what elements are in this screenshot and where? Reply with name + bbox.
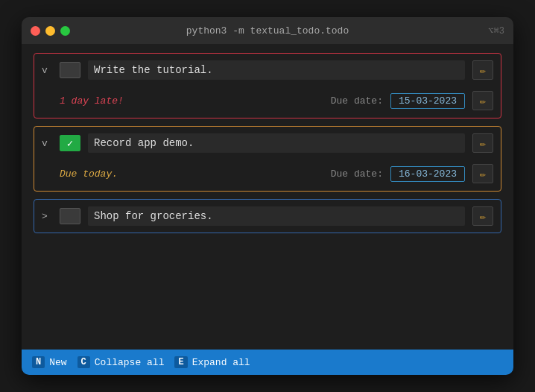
todo-item-2: v ✓ Record app demo. Due today. Due date…	[34, 126, 501, 192]
checkmark-icon-2: ✓	[67, 137, 73, 150]
app-window: python3 -m textual_todo.todo ⌥⌘3 v Write…	[22, 17, 513, 375]
due-date-value-2[interactable]: 16-03-2023	[390, 166, 465, 182]
todo-item-3: > Shop for groceries.	[34, 199, 501, 233]
status-label-expand: Expand all	[192, 357, 250, 368]
todo-main-row-1: v Write the tutorial.	[34, 54, 501, 86]
status-label-new: New	[49, 357, 66, 368]
pencil-icon-3	[480, 210, 486, 223]
close-button[interactable]	[31, 26, 40, 36]
todo-list: v Write the tutorial. 1 day late! Due da…	[22, 44, 513, 350]
status-item-new: N New	[32, 356, 67, 368]
todo-edit-btn-2[interactable]	[472, 133, 493, 153]
pencil-icon-date-2	[480, 168, 486, 180]
todo-checkbox-3[interactable]	[60, 208, 80, 224]
window-shortcut: ⌥⌘3	[488, 25, 504, 37]
todo-checkbox-1[interactable]	[60, 62, 80, 78]
todo-text-1: Write the tutorial.	[88, 60, 465, 80]
status-key-e[interactable]: E	[174, 356, 187, 368]
minimize-button[interactable]	[45, 26, 55, 36]
todo-edit-btn-1[interactable]	[472, 60, 493, 80]
todo-detail-row-1: 1 day late! Due date: 15-03-2023	[34, 86, 501, 118]
titlebar: python3 -m textual_todo.todo ⌥⌘3	[22, 17, 513, 44]
todo-expander-1[interactable]: v	[42, 65, 52, 76]
todo-checkbox-2[interactable]: ✓	[60, 135, 80, 151]
todo-status-1: 1 day late!	[60, 95, 323, 107]
status-key-n[interactable]: N	[32, 356, 45, 368]
todo-text-2: Record app demo.	[88, 133, 465, 153]
due-date-label-2: Due date:	[331, 168, 383, 180]
todo-expander-2[interactable]: v	[42, 138, 52, 149]
due-date-edit-btn-1[interactable]	[472, 91, 493, 110]
todo-expander-3[interactable]: >	[42, 211, 52, 222]
todo-main-row-2: v ✓ Record app demo.	[34, 127, 501, 159]
due-date-value-1[interactable]: 15-03-2023	[390, 93, 465, 109]
statusbar: N New C Collapse all E Expand all	[22, 350, 513, 375]
todo-detail-row-2: Due today. Due date: 16-03-2023	[34, 159, 501, 191]
status-item-collapse: C Collapse all	[77, 356, 165, 368]
status-item-expand: E Expand all	[174, 356, 250, 368]
todo-status-2: Due today.	[60, 168, 323, 180]
todo-edit-btn-3[interactable]	[472, 206, 493, 226]
due-date-edit-btn-2[interactable]	[472, 164, 493, 183]
status-key-c[interactable]: C	[77, 356, 90, 368]
pencil-icon-1	[480, 64, 486, 77]
todo-main-row-3: > Shop for groceries.	[34, 200, 501, 233]
maximize-button[interactable]	[60, 26, 70, 36]
window-title: python3 -m textual_todo.todo	[186, 25, 349, 37]
due-date-label-1: Due date:	[331, 95, 383, 107]
pencil-icon-2	[480, 137, 486, 150]
todo-item-1: v Write the tutorial. 1 day late! Due da…	[34, 53, 501, 118]
window-controls	[31, 26, 70, 36]
pencil-icon-date-1	[480, 95, 486, 107]
todo-text-3: Shop for groceries.	[88, 206, 465, 226]
status-label-collapse: Collapse all	[95, 357, 165, 368]
